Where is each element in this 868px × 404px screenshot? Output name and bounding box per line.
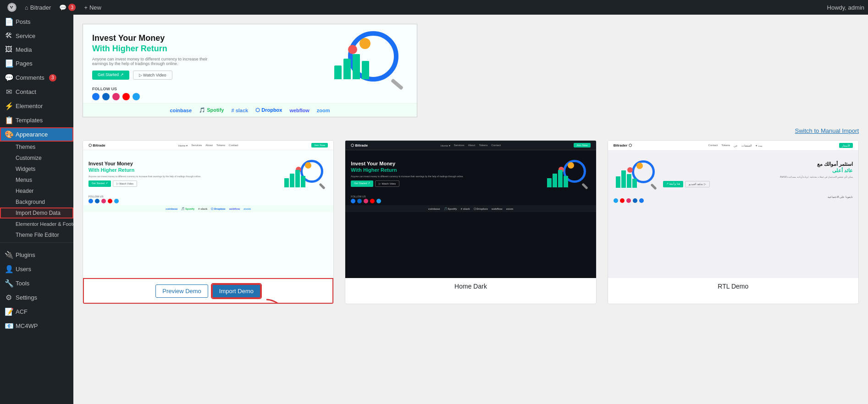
mock-watch-video-dark: ▷ Watch Video bbox=[375, 180, 399, 187]
templates-icon: 📋 bbox=[5, 116, 13, 125]
submenu-import-demo[interactable]: Import Demo Data bbox=[0, 207, 73, 218]
hero-highlight: With Higher Return bbox=[92, 44, 167, 53]
mock-hero-light: Invest Your MoneyWith Higher Return Anyo… bbox=[83, 150, 333, 193]
submenu-header[interactable]: Header bbox=[0, 186, 73, 197]
admin-sidebar: 📄 Posts 🛠 Service 🖼 Media 📃 Pages 💬 Comm… bbox=[0, 15, 73, 404]
plus-icon: + bbox=[84, 4, 88, 11]
mock-follow-light: FOLLOW US bbox=[83, 193, 333, 205]
social-youtube bbox=[122, 93, 130, 100]
media-icon: 🖼 bbox=[5, 45, 13, 54]
social-li-rtl bbox=[633, 198, 637, 203]
sidebar-item-templates[interactable]: 📋 Templates bbox=[0, 113, 73, 127]
site-name-button[interactable]: ⌂ Bitrader bbox=[21, 0, 55, 15]
top-preview-card: Invest Your Money With Higher Return Any… bbox=[83, 24, 417, 117]
demo-card-footer-light: Preview Demo Import Demo bbox=[83, 278, 333, 304]
sidebar-item-tools[interactable]: 🔧 Tools bbox=[0, 276, 73, 290]
get-started-btn-top[interactable]: Get Started ↗ bbox=[92, 71, 129, 80]
social-yt-dark bbox=[370, 199, 375, 203]
mock-nav-rtl: الأسعار بيت ▾الصفقاتعنTokensContact ⬡ Bi… bbox=[608, 141, 858, 151]
mock-hero-rtl: استثمر أموالك مععائد أعلى يمكن لأي شخص ا… bbox=[608, 151, 858, 194]
new-content-button[interactable]: + New bbox=[80, 0, 105, 15]
sidebar-item-posts[interactable]: 📄 Posts bbox=[0, 15, 73, 29]
elementor-icon: ⚡ bbox=[5, 102, 13, 110]
brand-slack: # slack bbox=[231, 108, 248, 113]
social-twitter bbox=[133, 93, 140, 100]
mock-brands-dark: coinbase 🎵 Spotify # slack ⬡ Dropbox web… bbox=[345, 205, 596, 212]
admin-bar: ⌂ Bitrader 💬 3 + New Howdy, admin bbox=[0, 0, 868, 15]
social-tw-rtl bbox=[614, 198, 618, 203]
demo-card-light: ⬡ Bitrade Home ▾ServicesAboutTokensConta… bbox=[83, 140, 334, 304]
comments-nav-icon: 💬 bbox=[5, 73, 13, 82]
wp-logo-button[interactable] bbox=[4, 0, 20, 15]
sidebar-item-media[interactable]: 🖼 Media bbox=[0, 43, 73, 56]
mock-graphic-dark bbox=[545, 158, 591, 190]
mock-nav-dark: ⬡ Bitrade Home ▾ServicesAboutTokensConta… bbox=[345, 141, 596, 150]
mock-get-started-dark: Get Started ↗ bbox=[351, 180, 373, 187]
watch-video-btn-top[interactable]: ▷ Watch Video bbox=[133, 71, 172, 80]
mock-social-rtl: تابعونا على الاجتماعية bbox=[608, 194, 858, 205]
mc4wp-icon: 📧 bbox=[5, 322, 13, 330]
mock-btn-rtl2: ▷ شاهد الفيديو bbox=[685, 181, 710, 187]
mock-follow-dark: FOLLOW US bbox=[345, 193, 596, 205]
service-icon: 🛠 bbox=[5, 32, 13, 40]
submenu-theme-file-editor[interactable]: Theme File Editor bbox=[0, 229, 73, 240]
social-instagram bbox=[112, 93, 120, 100]
site-name-icon: ⌂ bbox=[25, 4, 28, 11]
mock-btn-rtl1: هنا وأنيقة ↗ bbox=[663, 181, 683, 187]
submenu-background[interactable]: Background bbox=[0, 197, 73, 207]
sidebar-item-settings[interactable]: ⚙ Settings bbox=[0, 290, 73, 305]
demo-card-rtl: الأسعار بيت ▾الصفقاتعنTokensContact ⬡ Bi… bbox=[608, 140, 859, 304]
settings-icon: ⚙ bbox=[5, 293, 13, 302]
tools-icon: 🔧 bbox=[5, 279, 13, 288]
import-demo-button-light[interactable]: Import Demo bbox=[212, 284, 261, 298]
mock-graphic-rtl bbox=[614, 158, 659, 190]
users-icon: 👤 bbox=[5, 265, 13, 273]
preview-demo-button-light[interactable]: Preview Demo bbox=[155, 284, 208, 298]
sidebar-item-pages[interactable]: 📃 Pages bbox=[0, 56, 73, 71]
comments-icon: 💬 bbox=[59, 4, 66, 11]
sidebar-item-service[interactable]: 🛠 Service bbox=[0, 29, 73, 43]
sidebar-item-contact[interactable]: ✉ Contact bbox=[0, 85, 73, 99]
demo-card-title-rtl: RTL Demo bbox=[608, 278, 858, 295]
submenu-elementor-builder[interactable]: Elementor Header & Footer Builder bbox=[0, 218, 73, 229]
switch-manual-import-link[interactable]: Switch to Manual Import bbox=[795, 127, 859, 134]
switch-link-container: Switch to Manual Import bbox=[83, 126, 859, 135]
submenu-themes[interactable]: Themes bbox=[0, 142, 73, 153]
social-tw-light bbox=[114, 199, 119, 203]
mock-nav-links-light: Home ▾ServicesAboutTokensContact bbox=[178, 144, 238, 147]
demo-cards-grid: ⬡ Bitrade Home ▾ServicesAboutTokensConta… bbox=[83, 140, 859, 304]
comments-button[interactable]: 💬 3 bbox=[55, 0, 79, 15]
mock-graphic-light bbox=[282, 158, 328, 190]
brand-zoom: zoom bbox=[317, 108, 330, 113]
social-linkedin bbox=[102, 93, 110, 100]
sidebar-item-users[interactable]: 👤 Users bbox=[0, 262, 73, 276]
submenu-customize[interactable]: Customize bbox=[0, 153, 73, 164]
arrow-indicator bbox=[262, 295, 294, 304]
social-ig-dark bbox=[364, 199, 368, 203]
brand-spotify: 🎵 Spotify bbox=[199, 107, 224, 113]
sidebar-item-elementor[interactable]: ⚡ Elementor bbox=[0, 99, 73, 113]
howdy-text: Howdy, admin bbox=[827, 4, 864, 11]
mock-brands-light: coinbase 🎵 Spotify # slack ⬡ Dropbox web… bbox=[83, 205, 333, 212]
sidebar-item-plugins[interactable]: 🔌 Plugins bbox=[0, 248, 73, 262]
social-fb-light bbox=[88, 199, 93, 203]
demo-preview-rtl: الأسعار بيت ▾الصفقاتعنTokensContact ⬡ Bi… bbox=[608, 141, 858, 278]
plugins-icon: 🔌 bbox=[5, 251, 13, 259]
mock-logo-light: ⬡ Bitrade bbox=[88, 143, 105, 147]
contact-icon: ✉ bbox=[5, 87, 13, 96]
submenu-widgets[interactable]: Widgets bbox=[0, 164, 73, 175]
brand-coinbase: coinbase bbox=[170, 108, 192, 113]
social-li-dark bbox=[357, 199, 362, 203]
sidebar-item-comments[interactable]: 💬 Comments 3 bbox=[0, 71, 73, 85]
sidebar-item-acf[interactable]: 📝 ACF bbox=[0, 305, 73, 319]
sidebar-item-appearance[interactable]: 🎨 Appearance bbox=[0, 127, 73, 142]
submenu-menus[interactable]: Menus bbox=[0, 175, 73, 186]
social-yt-rtl bbox=[620, 198, 625, 203]
top-preview-screenshot: Invest Your Money With Higher Return Any… bbox=[83, 24, 417, 117]
social-fb-rtl bbox=[639, 198, 644, 203]
brand-webflow: webflow bbox=[289, 108, 309, 113]
appearance-icon: 🎨 bbox=[5, 130, 13, 139]
sidebar-item-mc4wp[interactable]: 📧 MC4WP bbox=[0, 319, 73, 333]
social-facebook bbox=[92, 93, 100, 100]
social-ig-rtl bbox=[626, 198, 631, 203]
